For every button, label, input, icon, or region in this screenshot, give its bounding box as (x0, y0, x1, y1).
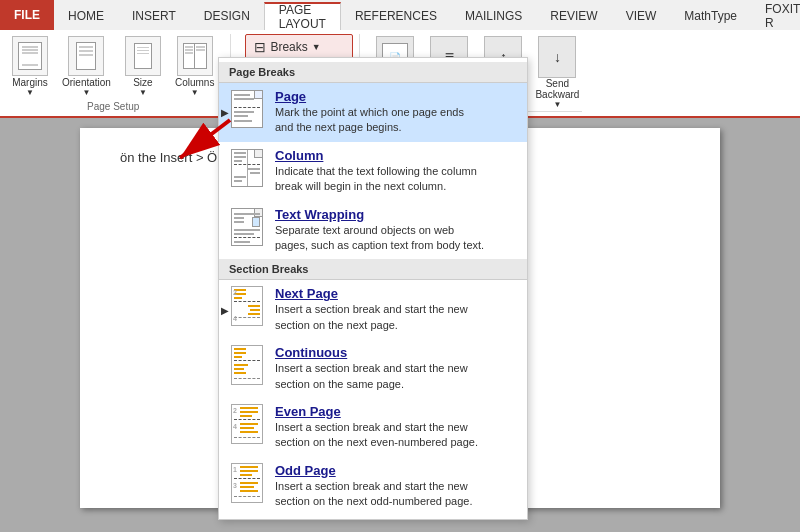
even-page-item-desc: Insert a section break and start the new… (275, 420, 478, 451)
section-breaks-header: Section Breaks (219, 259, 527, 280)
tab-file[interactable]: FILE (0, 0, 54, 30)
odd-page-item-title: Odd Page (275, 463, 473, 478)
menu-item-odd-page[interactable]: 1 3 Odd Page Insert a section break and … (219, 457, 527, 516)
menu-item-column[interactable]: Column Indicate that the text following … (219, 142, 527, 201)
page-breaks-header: Page Breaks (219, 62, 527, 83)
columns-button[interactable]: Columns ▼ (169, 34, 220, 99)
menu-item-even-page[interactable]: 2 4 Even Page Insert a section break and… (219, 398, 527, 457)
send-backward-button[interactable]: ↓ Send Backward ▼ (532, 34, 582, 111)
text-wrapping-icon (229, 207, 265, 247)
tab-insert[interactable]: INSERT (118, 2, 190, 30)
tab-review[interactable]: REVIEW (536, 2, 611, 30)
menu-item-continuous[interactable]: Continuous Insert a section break and st… (219, 339, 527, 398)
breaks-label: Breaks (270, 40, 307, 54)
even-page-item-text: Even Page Insert a section break and sta… (275, 404, 478, 451)
next-page-item-title: Next Page (275, 286, 468, 301)
tab-bar: FILE HOME INSERT DESIGN PAGE LAYOUT REFE… (0, 0, 800, 30)
page-setup-group: Margins ▼ Orientation ▼ (6, 34, 231, 112)
text-wrapping-item-text: Text Wrapping Separate text around objec… (275, 207, 484, 254)
odd-page-item-text: Odd Page Insert a section break and star… (275, 463, 473, 510)
page-arrow-indicator: ▶ (221, 107, 229, 118)
tab-mathtype[interactable]: MathType (670, 2, 751, 30)
orientation-button[interactable]: Orientation ▼ (56, 34, 117, 99)
margins-button[interactable]: Margins ▼ (6, 34, 54, 99)
column-item-text: Column Indicate that the text following … (275, 148, 477, 195)
tab-foxit[interactable]: FOXIT R (751, 2, 800, 30)
menu-item-next-page[interactable]: ▶ 2 4 Next Page Insert a section break a… (219, 280, 527, 339)
tab-page-layout[interactable]: PAGE LAYOUT (264, 2, 341, 30)
page-setup-icons: Margins ▼ Orientation ▼ (6, 34, 220, 99)
next-page-item-text: Next Page Insert a section break and sta… (275, 286, 468, 333)
next-page-item-desc: Insert a section break and start the new… (275, 302, 468, 333)
continuous-item-title: Continuous (275, 345, 468, 360)
column-item-title: Column (275, 148, 477, 163)
menu-item-text-wrapping[interactable]: Text Wrapping Separate text around objec… (219, 201, 527, 260)
page-setup-label: Page Setup (6, 101, 220, 112)
page-item-title: Page (275, 89, 464, 104)
page-break-icon (229, 89, 265, 129)
column-break-icon (229, 148, 265, 188)
tab-view[interactable]: VIEW (612, 2, 671, 30)
even-page-icon: 2 4 (229, 404, 265, 444)
page-item-text: Page Mark the point at which one page en… (275, 89, 464, 136)
even-page-item-title: Even Page (275, 404, 478, 419)
page-item-desc: Mark the point at which one page endsand… (275, 105, 464, 136)
tab-design[interactable]: DESIGN (190, 2, 264, 30)
next-page-icon: 2 4 (229, 286, 265, 326)
breaks-dropdown: Page Breaks ▶ Page Mark the point at whi… (218, 57, 528, 520)
odd-page-icon: 1 3 (229, 463, 265, 503)
text-wrapping-item-desc: Separate text around objects on webpages… (275, 223, 484, 254)
continuous-item-desc: Insert a section break and start the new… (275, 361, 468, 392)
column-item-desc: Indicate that the text following the col… (275, 164, 477, 195)
tab-home[interactable]: HOME (54, 2, 118, 30)
continuous-icon (229, 345, 265, 385)
odd-page-item-desc: Insert a section break and start the new… (275, 479, 473, 510)
breaks-dropdown-arrow: ▼ (312, 42, 321, 52)
tab-mailings[interactable]: MAILINGS (451, 2, 536, 30)
tab-references[interactable]: REFERENCES (341, 2, 451, 30)
text-wrapping-item-title: Text Wrapping (275, 207, 484, 222)
menu-item-page[interactable]: ▶ Page Mark the point at which one page … (219, 83, 527, 142)
continuous-item-text: Continuous Insert a section break and st… (275, 345, 468, 392)
next-page-arrow-indicator: ▶ (221, 304, 229, 315)
send-backward-label: Send Backward (535, 78, 579, 100)
size-button[interactable]: Size ▼ (119, 34, 167, 99)
